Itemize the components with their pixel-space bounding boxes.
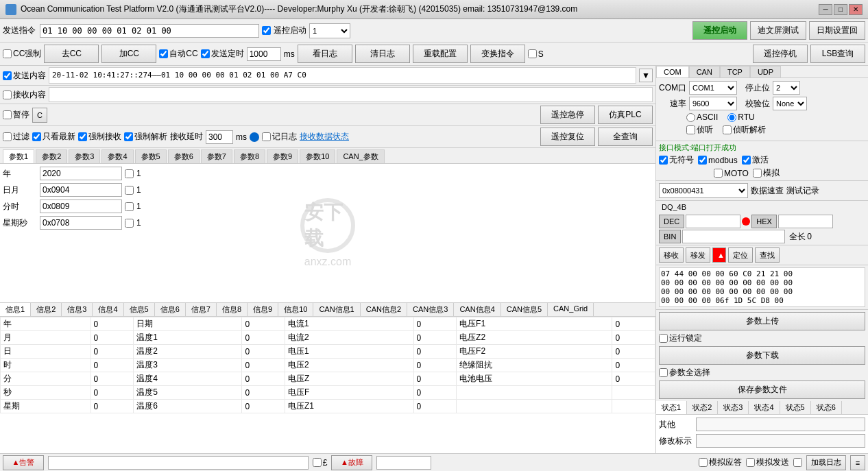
lsb-query-btn[interactable]: LSB查询 — [810, 45, 865, 63]
filter-label[interactable]: 过滤 — [3, 131, 29, 143]
send-content-expand[interactable]: ▼ — [639, 69, 653, 82]
status-tab-3[interactable]: 状态3 — [718, 401, 749, 414]
info-tab-cangrid[interactable]: CAN_Grid — [548, 303, 594, 316]
listen-parse-label[interactable]: 侦听解析 — [723, 124, 766, 136]
load-log-btn[interactable]: 加载日志 — [806, 455, 846, 470]
send-data-input[interactable] — [40, 24, 259, 38]
recv-content-label[interactable]: 接收内容 — [3, 89, 46, 101]
alarm-input[interactable] — [48, 456, 309, 470]
info-tab-3[interactable]: 信息3 — [62, 303, 93, 316]
pause-checkbox[interactable] — [3, 110, 12, 119]
filter-checkbox[interactable] — [3, 132, 12, 141]
hex-input[interactable] — [778, 215, 833, 228]
remote-start-btn[interactable]: 遥控启动 — [692, 21, 747, 40]
address-dropdown[interactable]: 0x08000431 — [659, 183, 748, 198]
params-tab-1[interactable]: 参数1 — [3, 149, 34, 163]
all-param-label[interactable]: 参数全选择 — [659, 367, 710, 378]
params-tab-10[interactable]: 参数10 — [300, 149, 335, 163]
sim-send-label[interactable]: 模拟发送 — [746, 457, 789, 468]
simulate-checkbox[interactable] — [753, 169, 762, 178]
sim-send-checkbox[interactable] — [746, 458, 755, 467]
activate-checkbox[interactable] — [742, 156, 751, 165]
listen-parse-checkbox[interactable] — [723, 125, 732, 134]
send-timer-checkbox[interactable] — [201, 49, 210, 58]
other-input[interactable] — [696, 418, 865, 431]
simulate-label[interactable]: 模拟 — [753, 167, 780, 179]
params-tab-5[interactable]: 参数5 — [135, 149, 167, 163]
bin-input[interactable] — [682, 230, 785, 243]
param-upload-btn[interactable]: 参数上传 — [659, 312, 865, 330]
param-input-week[interactable] — [40, 216, 122, 230]
extra-btn[interactable]: ≡ — [850, 455, 865, 470]
info-tab-can2[interactable]: CAN信息2 — [361, 303, 407, 316]
fault-btn[interactable]: ▲故障 — [331, 455, 372, 470]
counter-checkbox[interactable] — [793, 458, 802, 467]
param-input-month[interactable] — [40, 183, 122, 197]
info-tab-10[interactable]: 信息10 — [278, 303, 313, 316]
all-param-checkbox[interactable] — [659, 368, 668, 377]
pound-checkbox[interactable] — [313, 458, 322, 467]
modify-input[interactable] — [696, 434, 865, 448]
force-recv-checkbox[interactable] — [78, 132, 87, 141]
info-tab-2[interactable]: 信息2 — [31, 303, 62, 316]
com-port-select[interactable]: COM1 — [689, 81, 737, 95]
log-check-label[interactable]: 记日志 — [262, 131, 297, 143]
convert-btn[interactable]: 变换指令 — [470, 45, 525, 63]
params-tab-4[interactable]: 参数4 — [101, 149, 133, 163]
cc-force-checkbox[interactable] — [3, 49, 12, 58]
status-tab-1[interactable]: 状态1 — [656, 401, 687, 414]
recv-data-status-link[interactable]: 接收数据状态 — [300, 131, 349, 143]
go-cc-btn[interactable]: 去CC — [44, 45, 99, 63]
pound-label[interactable]: £ — [313, 458, 328, 468]
info-tab-5[interactable]: 信息5 — [124, 303, 155, 316]
rtu-radio[interactable] — [727, 113, 736, 122]
baud-select[interactable]: 9600 — [689, 97, 737, 110]
sim-plc-btn[interactable]: 仿真PLC — [598, 106, 653, 124]
counter-label[interactable] — [793, 458, 802, 467]
timer-val-input[interactable] — [247, 47, 281, 61]
remote-reset-btn[interactable]: 遥控复位 — [540, 128, 595, 146]
right-tab-can[interactable]: CAN — [689, 66, 720, 77]
param-input-year[interactable] — [40, 167, 122, 180]
dec-input[interactable] — [686, 215, 740, 228]
info-tab-can5[interactable]: CAN信息5 — [501, 303, 548, 316]
red-btn[interactable]: ▲ — [712, 247, 726, 263]
send-content-checkbox[interactable] — [3, 71, 12, 80]
info-tab-can1[interactable]: CAN信息1 — [313, 303, 360, 316]
dec-btn[interactable]: DEC — [659, 215, 684, 228]
send-content-label[interactable]: 发送内容 — [3, 70, 46, 82]
date-set-btn[interactable]: 日期设置回 — [809, 21, 865, 40]
info-tab-4[interactable]: 信息4 — [93, 303, 123, 316]
status-tab-6[interactable]: 状态6 — [811, 401, 842, 414]
right-tab-udp[interactable]: UDP — [750, 66, 781, 77]
force-parse-checkbox[interactable] — [124, 132, 133, 141]
status-tab-4[interactable]: 状态4 — [749, 401, 780, 414]
params-tab-7[interactable]: 参数7 — [201, 149, 232, 163]
param-check-week[interactable] — [125, 219, 134, 228]
activate-label[interactable]: 激活 — [742, 154, 769, 166]
info-tab-7[interactable]: 信息7 — [186, 303, 217, 316]
pause-label[interactable]: 暂停 — [3, 109, 29, 121]
auto-cc-label[interactable]: 自动CC — [159, 48, 197, 60]
auto-cc-checkbox[interactable] — [159, 49, 168, 58]
delay-color-btn[interactable] — [250, 132, 259, 142]
bin-btn[interactable]: BIN — [659, 230, 681, 243]
modbus-label[interactable]: modbus — [698, 156, 738, 165]
alarm-btn[interactable]: ▲告警 — [3, 455, 44, 470]
recv-content-checkbox[interactable] — [3, 90, 12, 99]
rtu-label[interactable]: RTU — [727, 112, 754, 122]
params-tab-3[interactable]: 参数3 — [69, 149, 100, 163]
stop-bit-select[interactable]: 2 — [773, 81, 800, 95]
save-param-btn[interactable]: 保存参数文件 — [659, 381, 865, 399]
view-log-btn[interactable]: 看日志 — [298, 45, 352, 63]
moto-label[interactable]: MOTO — [714, 169, 749, 178]
cc-force-label[interactable]: CC强制 — [3, 48, 41, 60]
move-send-btn[interactable]: 移发 — [686, 247, 710, 263]
hex-btn[interactable]: HEX — [751, 215, 777, 228]
close-btn[interactable]: ✕ — [849, 4, 863, 15]
right-tab-com[interactable]: COM — [656, 66, 689, 77]
send-timer-label[interactable]: 发送定时 — [201, 48, 244, 60]
param-check-year[interactable] — [125, 169, 134, 178]
screen-test-btn[interactable]: 迪文屏测试 — [750, 21, 806, 40]
status-tab-2[interactable]: 状态2 — [687, 401, 718, 414]
